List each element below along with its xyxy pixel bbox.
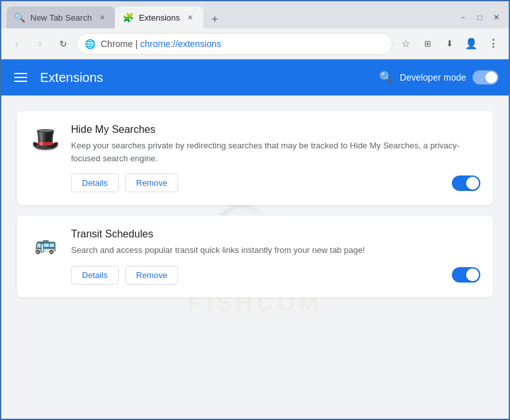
hide-my-searches-desc: Keep your searches private by redirectin… bbox=[71, 139, 480, 165]
extensions-grid-icon[interactable]: ⊞ bbox=[417, 34, 438, 54]
dev-mode-area: 🔍 Developer mode bbox=[379, 70, 498, 85]
extensions-header: Extensions 🔍 Developer mode bbox=[1, 59, 509, 95]
transit-schedules-remove-button[interactable]: Remove bbox=[125, 266, 178, 285]
hide-my-searches-toggle-knob bbox=[466, 177, 479, 190]
tab-new-tab-search[interactable]: 🔍 New Tab Search ✕ bbox=[6, 6, 115, 28]
bookmark-icon[interactable]: ☆ bbox=[395, 34, 416, 54]
extension-card-hide-my-searches: 🎩 Hide My Searches Keep your searches pr… bbox=[17, 111, 493, 205]
transit-schedules-details-button[interactable]: Details bbox=[71, 266, 119, 285]
address-path: chrome://extensions bbox=[140, 39, 221, 49]
downloads-icon[interactable]: ⬇ bbox=[439, 34, 460, 54]
hide-my-searches-actions: Details Remove bbox=[71, 174, 480, 192]
window-controls: − □ ✕ bbox=[456, 10, 504, 28]
menu-icon[interactable]: ⋮ bbox=[483, 34, 504, 54]
developer-mode-toggle[interactable] bbox=[473, 70, 498, 85]
tab-extensions-icon: 🧩 bbox=[123, 12, 134, 23]
extension-card-transit-schedules: 🚌 Transit Schedules Search and access po… bbox=[17, 215, 493, 297]
transit-schedules-icon: 🚌 bbox=[30, 228, 61, 259]
browser-window: 🔍 New Tab Search ✕ 🧩 Extensions ✕ + − □ … bbox=[0, 0, 510, 420]
profile-icon[interactable]: 👤 bbox=[461, 34, 482, 54]
tab-search-icon: 🔍 bbox=[14, 12, 25, 23]
back-button[interactable]: ‹ bbox=[6, 34, 27, 54]
main-content: 🔍 FISHCOM 🎩 Hide My Searches Keep your s… bbox=[1, 95, 509, 419]
header-search-icon[interactable]: 🔍 bbox=[379, 70, 393, 85]
tab-extensions-label: Extensions bbox=[139, 13, 180, 23]
tab-extensions-close[interactable]: ✕ bbox=[185, 12, 196, 23]
hamburger-menu[interactable] bbox=[12, 70, 30, 85]
transit-schedules-toggle[interactable] bbox=[452, 267, 480, 283]
address-bar[interactable]: 🌐 Chrome | chrome://extensions bbox=[76, 33, 393, 55]
extensions-title: Extensions bbox=[40, 70, 369, 85]
globe-icon: 🌐 bbox=[85, 39, 96, 49]
hide-my-searches-name: Hide My Searches bbox=[71, 124, 480, 135]
transit-schedules-name: Transit Schedules bbox=[71, 228, 480, 240]
nav-icons: ☆ ⊞ ⬇ 👤 ⋮ bbox=[395, 34, 504, 54]
toggle-knob bbox=[485, 72, 497, 83]
maximize-button[interactable]: □ bbox=[473, 10, 487, 25]
forward-button[interactable]: › bbox=[30, 34, 50, 54]
hide-my-searches-toggle[interactable] bbox=[452, 175, 480, 191]
address-domain: Chrome | bbox=[101, 39, 140, 49]
hide-my-searches-body: Hide My Searches Keep your searches priv… bbox=[71, 124, 480, 192]
close-button[interactable]: ✕ bbox=[489, 10, 504, 25]
minimize-button[interactable]: − bbox=[456, 10, 470, 25]
new-tab-button[interactable]: + bbox=[206, 10, 224, 28]
nav-bar: ‹ › ↻ 🌐 Chrome | chrome://extensions ☆ ⊞… bbox=[1, 28, 509, 59]
tab-new-tab-search-close[interactable]: ✕ bbox=[97, 12, 107, 23]
hide-my-searches-icon: 🎩 bbox=[30, 124, 61, 155]
address-text: Chrome | chrome://extensions bbox=[101, 39, 384, 49]
tab-bar: 🔍 New Tab Search ✕ 🧩 Extensions ✕ + − □ … bbox=[1, 1, 509, 28]
tab-new-tab-search-label: New Tab Search bbox=[30, 13, 92, 23]
transit-schedules-actions: Details Remove bbox=[71, 266, 480, 285]
transit-schedules-desc: Search and access popular transit quick … bbox=[71, 244, 480, 257]
hide-my-searches-remove-button[interactable]: Remove bbox=[125, 174, 178, 192]
transit-schedules-toggle-knob bbox=[466, 268, 479, 281]
transit-schedules-body: Transit Schedules Search and access popu… bbox=[71, 228, 480, 285]
reload-button[interactable]: ↻ bbox=[53, 34, 74, 54]
developer-mode-label: Developer mode bbox=[400, 72, 466, 83]
hide-my-searches-details-button[interactable]: Details bbox=[71, 174, 119, 192]
tab-extensions[interactable]: 🧩 Extensions ✕ bbox=[115, 6, 203, 28]
